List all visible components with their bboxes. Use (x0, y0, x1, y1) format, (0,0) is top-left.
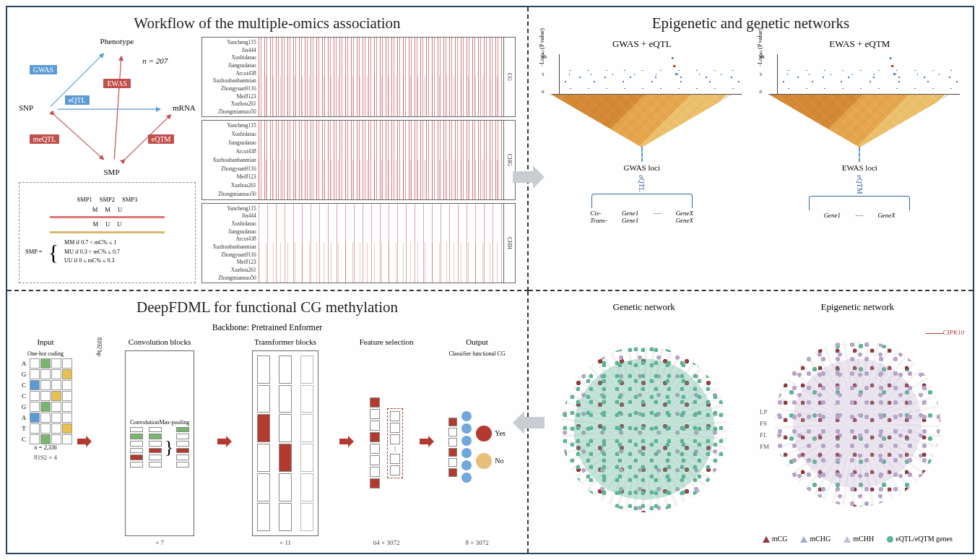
methylation-tracks: Yancheng115Jin444XushidataoJiangsudataoA… (201, 37, 516, 283)
panel-deepfdml: DeepFDML for functional CG methylation B… (7, 291, 529, 553)
backbone-label: Backbone: Pretrained Enformer (19, 322, 516, 333)
flow-arrow-icon (339, 337, 354, 546)
panel-networks-bottom: Genetic network LP FS FL FM Epigenetic n… (529, 291, 973, 553)
ewas-col: EWAS + eQTM -Log₁₀ (P value) 1050 EWAS l… (758, 37, 962, 283)
svg-marker-8 (420, 436, 434, 447)
gwas-col: GWAS + eQTL -Log₁₀ (P value) 1050 GWAS l… (540, 37, 744, 283)
panel-workflow-title: Workflow of the multiple-omics associati… (19, 14, 516, 33)
svg-marker-5 (77, 436, 92, 447)
workflow-arrows (19, 37, 196, 176)
smp-label: SMP = (25, 247, 43, 257)
svg-marker-6 (217, 436, 232, 447)
figure-frame: { "panels": { "tl_title": "Workflow of t… (6, 6, 974, 554)
svg-line-2 (114, 56, 121, 160)
network-legend: mCG mCHG mCHH eQTL/eQTM genes (763, 535, 953, 543)
smp-encoding-box: SMP1 SMP2 SMP3 MMU MUU SMP = { MM if 0.7… (19, 182, 196, 283)
gwas-manhattan (559, 54, 742, 95)
smp-col3: SMP3 (122, 195, 137, 205)
smp-col2: SMP2 (100, 195, 115, 205)
svg-marker-10 (513, 411, 545, 434)
gwas-ld-heatmap (550, 94, 733, 147)
svg-marker-9 (513, 165, 545, 189)
ewas-ld-heatmap (768, 94, 951, 147)
flow-arrow-icon (419, 337, 434, 546)
panel-workflow: Workflow of the multiple-omics associati… (7, 7, 529, 291)
panel-networks-top: Epigenetic and genetic networks GWAS + e… (529, 7, 973, 291)
flow-arrow-icon (217, 337, 232, 546)
panel-networks-title: Epigenetic and genetic networks (540, 14, 961, 33)
panel-deepfdml-title: DeepFDML for functional CG methylation (19, 298, 516, 316)
smp-col1: SMP1 (77, 195, 92, 205)
flow-arrow-gray-icon (513, 165, 545, 189)
genetic-net-title: Genetic network (613, 301, 675, 313)
flow-arrow-gray-icon (513, 411, 545, 434)
svg-line-3 (54, 115, 104, 160)
svg-line-4 (125, 115, 171, 160)
svg-marker-7 (339, 436, 354, 447)
cipk10-label: CIPK10 (943, 329, 965, 336)
genetic-network (561, 346, 727, 512)
one-hot-grid: A G C C G A T C (19, 358, 72, 444)
epigenetic-network (774, 340, 940, 507)
epigenetic-net-title: Epigenetic network (821, 301, 894, 313)
ewas-manhattan (777, 54, 960, 95)
workflow-schema: Phenotype n = 207 SNP mRNA SMP GWAS eQTL… (19, 37, 196, 176)
flow-arrow-icon (77, 337, 92, 546)
svg-line-0 (51, 53, 103, 106)
